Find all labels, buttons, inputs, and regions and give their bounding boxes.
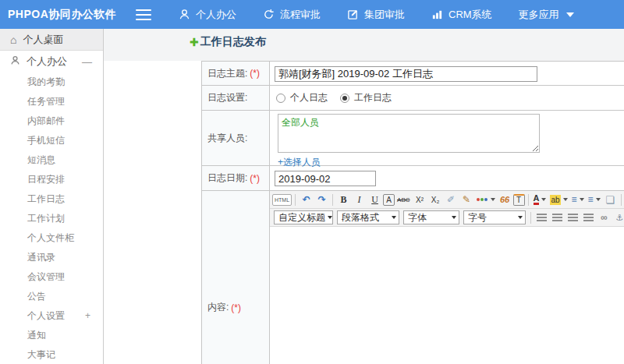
sidebar-item-file-cabinet[interactable]: 个人文件柜 (0, 228, 103, 248)
editor-toolbar-row2: 自定义标题 段落格式 字体 字号 ∞ (270, 209, 624, 227)
expand-icon[interactable]: + (85, 306, 90, 326)
align-center-icon[interactable] (550, 210, 565, 225)
paragraph-format-select[interactable]: 段落格式 (337, 210, 399, 224)
sidebar-item-personal-settings[interactable]: 个人设置 + (0, 306, 103, 326)
sidebar-item-notification[interactable]: 通知 (0, 326, 103, 345)
underline-icon[interactable]: U (367, 193, 382, 207)
content-label: 内容: (*) (202, 191, 270, 364)
superscript-icon[interactable]: X² (413, 193, 427, 207)
sidebar-item-short-message[interactable]: 短消息 (0, 150, 103, 170)
share-members-label: 共享人员: (202, 111, 270, 165)
sidebar-section-personal-office[interactable]: 个人办公 — (0, 51, 103, 72)
redo-icon[interactable]: ↷ (314, 193, 329, 207)
font-family-select[interactable]: 字体 (403, 210, 459, 224)
nav-crm-system[interactable]: CRM系统 (418, 0, 505, 29)
diary-date-label: 日志日期: (*) (202, 166, 270, 190)
chevron-down-icon (566, 12, 574, 17)
radio-personal-diary-label[interactable]: 个人日志 (290, 91, 328, 104)
link-icon[interactable]: ∞ (597, 210, 612, 225)
anchor-icon[interactable]: ⚓ (612, 210, 624, 225)
editor-content-area[interactable] (270, 227, 624, 364)
custom-heading-select[interactable]: 自定义标题 (274, 210, 333, 224)
share-members-textarea[interactable]: 全部人员 (278, 114, 540, 153)
sidebar-item-work-diary[interactable]: 工作日志 (0, 189, 103, 209)
radio-work-diary[interactable] (340, 94, 349, 103)
subscript-icon[interactable]: X₂ (428, 193, 443, 207)
blockquote-icon[interactable]: 66 (498, 193, 512, 207)
paste-text-icon[interactable]: T (513, 194, 525, 206)
collapse-icon[interactable]: — (82, 56, 92, 68)
align-left-icon[interactable] (534, 210, 549, 225)
form-row-content: 内容: (*) HTML ↶ ↷ B I U A ABC X² X₂ (201, 191, 624, 364)
edit-square-icon (347, 9, 359, 20)
subject-label: 日志主题: (*) (202, 62, 270, 85)
work-diary-form: 日志主题: (*) 日志设置: 个人日志 工作日志 共享人员: 全部人员 +选择… (201, 61, 624, 364)
unordered-list-icon[interactable]: ≡ (587, 193, 602, 207)
new-page-icon[interactable]: ❏ (603, 193, 618, 207)
sidebar-menu: 我的考勤 任务管理 内部邮件 手机短信 短消息 日程安排 工作日志 工作计划 个… (0, 72, 103, 364)
hamburger-menu-icon[interactable] (136, 9, 151, 20)
required-marker: (*) (250, 173, 260, 184)
ordered-list-icon[interactable]: ≡ (570, 193, 586, 207)
top-navigation: 个人办公 流程审批 集团审批 CRM系统 更多应用 (165, 0, 587, 29)
sidebar-item-announcement[interactable]: 公告 (0, 287, 103, 306)
color-palette-icon[interactable] (475, 193, 497, 207)
editor-toolbar-row1: HTML ↶ ↷ B I U A ABC X² X₂ ✐ ✎ (270, 191, 624, 209)
highlight-color-icon[interactable]: ab (548, 193, 569, 207)
strikethrough-icon[interactable]: ABC (395, 193, 411, 207)
eraser-icon[interactable]: ✐ (444, 193, 459, 207)
app-title: PHPOA协同办公软件 (0, 8, 131, 22)
align-right-icon[interactable] (566, 210, 580, 225)
diary-date-input[interactable] (275, 171, 376, 186)
format-brush-icon[interactable]: ✎ (459, 193, 474, 207)
align-justify-icon[interactable] (581, 210, 596, 225)
person-icon (10, 55, 20, 68)
sidebar-item-major-events[interactable]: 大事记 (0, 345, 103, 364)
nav-group-approval[interactable]: 集团审批 (334, 0, 418, 29)
sidebar-item-schedule[interactable]: 日程安排 (0, 170, 103, 189)
sidebar-item-desktop[interactable]: ⌂ 个人桌面 (0, 29, 103, 51)
required-marker: (*) (250, 68, 260, 79)
sidebar-item-attendance[interactable]: 我的考勤 (0, 72, 103, 92)
sidebar-item-task-management[interactable]: 任务管理 (0, 92, 103, 111)
bar-chart-icon (431, 9, 443, 20)
sidebar-item-internal-mail[interactable]: 内部邮件 (0, 111, 103, 131)
sidebar-item-meeting-management[interactable]: 会议管理 (0, 267, 103, 287)
font-color-icon[interactable]: A (532, 193, 548, 207)
font-size-select[interactable]: 字号 (463, 210, 526, 224)
nav-more-apps[interactable]: 更多应用 (505, 0, 587, 29)
bold-icon[interactable]: B (336, 193, 351, 207)
sidebar-item-mobile-sms[interactable]: 手机短信 (0, 131, 103, 150)
form-row-diary-setting: 日志设置: 个人日志 工作日志 (201, 86, 624, 111)
home-icon: ⌂ (10, 34, 16, 45)
form-row-share-members: 共享人员: 全部人员 +选择人员 (201, 111, 624, 166)
person-icon (179, 9, 190, 20)
italic-icon[interactable]: I (352, 193, 367, 207)
flow-arrow-icon (263, 9, 275, 20)
font-box-icon[interactable]: A (383, 194, 395, 206)
nav-workflow-approval[interactable]: 流程审批 (250, 0, 334, 29)
topbar: PHPOA协同办公软件 个人办公 流程审批 集团审批 (0, 0, 624, 29)
sidebar-item-contacts[interactable]: 通讯录 (0, 248, 103, 267)
undo-icon[interactable]: ↶ (299, 193, 314, 207)
sidebar-item-work-plan[interactable]: 工作计划 (0, 209, 103, 228)
form-row-subject: 日志主题: (*) (201, 61, 624, 86)
subject-input[interactable] (275, 66, 537, 82)
nav-personal-office[interactable]: 个人办公 (165, 0, 250, 29)
html-source-button[interactable]: HTML (272, 194, 292, 206)
required-marker: (*) (231, 302, 241, 313)
add-icon: ✚ (190, 37, 199, 48)
sidebar: ⌂ 个人桌面 个人办公 — 我的考勤 任务管理 内部邮件 手机短信 短消息 日程… (0, 29, 104, 364)
radio-work-diary-label[interactable]: 工作日志 (354, 91, 392, 104)
radio-personal-diary[interactable] (276, 94, 285, 103)
rich-text-editor: HTML ↶ ↷ B I U A ABC X² X₂ ✐ ✎ (270, 191, 624, 364)
diary-setting-label: 日志设置: (202, 86, 270, 110)
page-title: ✚ 工作日志发布 (190, 35, 266, 49)
page-background-band (104, 29, 624, 61)
form-row-diary-date: 日志日期: (*) (201, 166, 624, 191)
